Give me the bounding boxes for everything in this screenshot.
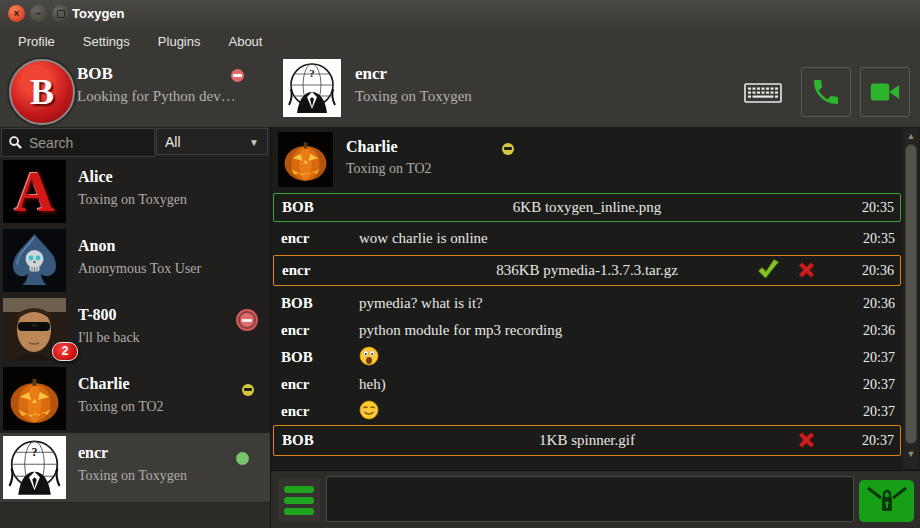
letter-a-glyph: A — [14, 160, 54, 223]
file-name: 6KB toxygen_inline.png — [274, 199, 900, 216]
decline-file-button[interactable] — [793, 257, 820, 283]
message-input[interactable] — [326, 476, 854, 522]
busy-status-icon — [240, 313, 254, 327]
self-name[interactable]: BOB — [77, 64, 113, 84]
contact-name: Alice — [78, 168, 113, 186]
chat-history: Charlie Toxing on TO2 BOB 6KB toxygen_in… — [270, 127, 920, 470]
message-text: wow charlie is online — [359, 230, 901, 247]
anonymous-mask-icon: ? — [283, 59, 341, 117]
video-call-button[interactable] — [860, 67, 910, 117]
cancel-file-button[interactable] — [793, 427, 820, 453]
hamburger-icon — [284, 497, 314, 504]
composer-bar — [270, 470, 920, 528]
maximize-icon[interactable] — [52, 5, 69, 22]
message-emoji — [359, 346, 901, 370]
window-title: Toxygen — [72, 0, 125, 28]
message-row: encr python module for mp3 recording 20:… — [273, 317, 901, 344]
encr-avatar: ? — [3, 436, 66, 499]
message-time: 20:37 — [863, 377, 895, 393]
keyboard-icon[interactable] — [742, 79, 784, 107]
pumpkin-icon — [278, 132, 333, 187]
peer-name: encr — [355, 64, 387, 84]
menu-plugins[interactable]: Plugins — [144, 28, 215, 55]
contact-anon[interactable]: Anon Anonymous Tox User — [0, 226, 270, 295]
message-row: BOB 20:37 — [273, 344, 901, 371]
scroll-up-icon[interactable]: ▲ — [903, 130, 919, 142]
message-row: encr wow charlie is online 20:35 — [273, 225, 901, 252]
message-emoji — [359, 400, 901, 424]
contact-t800[interactable]: T-800 I'll be back 2 — [0, 295, 270, 364]
self-avatar[interactable]: B — [9, 59, 75, 125]
anonymous-mask-icon: ? — [3, 436, 66, 499]
chat-peer-avatar — [278, 132, 333, 187]
search-input[interactable] — [27, 134, 149, 152]
audio-call-button[interactable] — [801, 67, 851, 117]
header: B BOB Looking for Python dev… ? encr Tox… — [0, 55, 920, 127]
titlebar[interactable]: × − Toxygen — [0, 0, 920, 29]
self-busy-status-icon — [231, 69, 244, 82]
message-row: BOB pymedia? what is it? 20:36 — [273, 290, 901, 317]
message-time: 20:35 — [862, 200, 894, 216]
contact-alice[interactable]: A Alice Toxing on Toxygen — [0, 157, 270, 226]
message-sender: encr — [273, 322, 359, 339]
away-status-icon — [242, 384, 254, 396]
minimize-icon[interactable]: − — [30, 5, 47, 22]
contact-encr[interactable]: ? encr Toxing on Toxygen — [0, 433, 270, 502]
x-icon — [794, 428, 819, 452]
message-time: 20:37 — [863, 350, 895, 366]
message-sender: BOB — [273, 295, 359, 312]
scroll-down-icon[interactable]: ▼ — [903, 448, 919, 460]
send-encrypted-button[interactable] — [859, 480, 914, 522]
phone-icon — [810, 76, 842, 108]
search-icon — [8, 135, 23, 150]
svg-text:?: ? — [309, 67, 315, 79]
maximize-glyph — [57, 10, 65, 18]
contacts-filter-dropdown[interactable]: All ▼ — [156, 128, 268, 155]
smiling-face-emoji-icon — [359, 400, 379, 420]
message-sender: encr — [273, 403, 359, 420]
contact-name: T-800 — [78, 306, 117, 324]
charlie-avatar — [3, 367, 66, 430]
message-sender: encr — [273, 230, 359, 247]
contact-charlie[interactable]: Charlie Toxing on TO2 — [0, 364, 270, 433]
astonished-face-emoji-icon — [359, 346, 379, 366]
contacts-panel-footer — [0, 503, 270, 528]
message-sender: BOB — [273, 349, 359, 366]
close-icon[interactable]: × — [8, 5, 25, 22]
contact-name: Anon — [78, 237, 115, 255]
contact-name: encr — [78, 444, 108, 462]
contact-status-message: I'll be back — [78, 330, 140, 346]
scrollbar-thumb[interactable] — [905, 144, 917, 444]
contact-name: Charlie — [78, 375, 130, 393]
self-status-message[interactable]: Looking for Python dev… — [77, 88, 236, 105]
message-time: 20:36 — [862, 263, 894, 279]
message-row: encr 20:37 — [273, 398, 901, 425]
hamburger-icon — [284, 508, 314, 515]
accept-file-button[interactable] — [755, 257, 782, 283]
menubar: Profile Settings Plugins About — [0, 28, 920, 55]
toxygen-window: × − Toxygen Profile Settings Plugins Abo… — [0, 0, 920, 528]
anon-avatar — [3, 229, 66, 292]
file-transfer-row: encr 836KB pymedia-1.3.7.3.tar.gz 20:36 — [273, 255, 901, 286]
menu-settings[interactable]: Settings — [69, 28, 144, 55]
alice-avatar: A — [3, 160, 66, 223]
peer-status-message: Toxing on Toxygen — [355, 88, 472, 105]
x-icon — [794, 258, 819, 282]
attachments-menu-button[interactable] — [278, 478, 320, 522]
video-camera-icon — [868, 75, 902, 109]
chat-peer-status-message: Toxing on TO2 — [346, 161, 432, 177]
chevron-down-icon: ▼ — [249, 129, 259, 156]
contacts-filter-value: All — [165, 134, 181, 150]
chat-scrollbar[interactable]: ▲ ▼ — [903, 128, 919, 469]
skull-spade-icon — [3, 229, 66, 292]
menu-about[interactable]: About — [214, 28, 276, 55]
contact-status-message: Toxing on Toxygen — [78, 192, 187, 208]
check-icon — [755, 258, 782, 282]
menu-profile[interactable]: Profile — [4, 28, 69, 55]
self-avatar-letter: B — [30, 71, 54, 113]
pumpkin-icon — [3, 367, 66, 430]
file-transfer-row: BOB 6KB toxygen_inline.png 20:35 — [273, 193, 901, 222]
contact-status-message: Anonymous Tox User — [78, 261, 201, 277]
message-time: 20:36 — [863, 296, 895, 312]
file-transfer-row: BOB 1KB spinner.gif 20:37 — [273, 425, 901, 456]
